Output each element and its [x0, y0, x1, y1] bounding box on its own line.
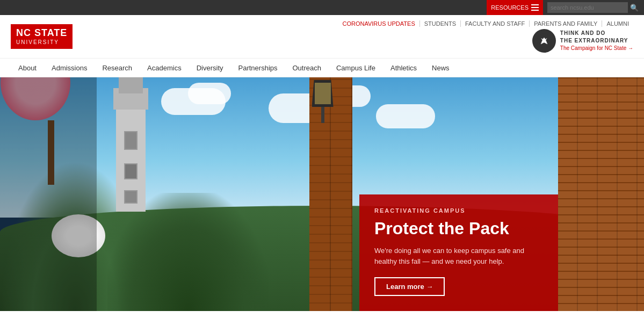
hamburger-icon — [531, 4, 539, 11]
nav-item-research[interactable]: Research — [95, 58, 140, 77]
search-icon[interactable]: 🔍 — [630, 4, 639, 12]
nav-item-news[interactable]: News — [424, 58, 457, 77]
wolf-icon — [536, 33, 552, 49]
tower-window-1 — [124, 131, 138, 150]
nav-item-diversity[interactable]: Diversity — [189, 58, 231, 77]
tower-window-2 — [124, 163, 138, 179]
hero-title: Protect the Pack — [374, 219, 543, 238]
audience-link-students[interactable]: STUDENTS — [420, 20, 461, 27]
site-header: NC STATE UNIVERSITY CORONAVIRUS UPDATES … — [0, 15, 644, 58]
left-dark-overlay — [0, 77, 97, 311]
nav-item-campus-life[interactable]: Campus Life — [329, 58, 383, 77]
hero-subtitle: REACTIVATING CAMPUS — [374, 207, 543, 214]
resources-button[interactable]: RESOURCES — [487, 0, 543, 15]
nav-item-about[interactable]: About — [11, 58, 44, 77]
wolf-logo-circle — [532, 29, 556, 53]
bell-tower-top — [113, 88, 148, 110]
top-search-input[interactable] — [547, 2, 628, 13]
nav-item-outreach[interactable]: Outreach — [285, 58, 329, 77]
site-logo[interactable]: NC STATE UNIVERSITY — [11, 24, 73, 49]
logo-text-ncstate: NC STATE — [16, 27, 67, 39]
audience-nav: CORONAVIRUS UPDATES STUDENTS FACULTY AND… — [338, 20, 633, 27]
top-bar: RESOURCES 🔍 — [0, 0, 644, 15]
lamp — [312, 80, 334, 123]
audience-link-alumni[interactable]: ALUMNI — [602, 20, 633, 27]
lamp-pole — [321, 107, 324, 123]
audience-link-faculty[interactable]: FACULTY AND STAFF — [461, 20, 530, 27]
campaign-block[interactable]: THINK AND DO THE EXTRAORDINARY The Campa… — [532, 29, 633, 53]
hero-description: We're doing all we can to keep campus sa… — [374, 245, 543, 266]
hero-learn-more-button[interactable]: Learn more → — [374, 277, 445, 296]
hero-section: REACTIVATING CAMPUS Protect the Pack We'… — [0, 77, 644, 311]
nav-item-athletics[interactable]: Athletics — [383, 58, 424, 77]
bell-tower — [116, 104, 146, 212]
cloud-5 — [376, 104, 435, 128]
main-nav: About Admissions Research Academics Dive… — [0, 58, 644, 77]
resources-label: RESOURCES — [491, 4, 529, 11]
nav-item-academics[interactable]: Academics — [140, 58, 189, 77]
nav-item-admissions[interactable]: Admissions — [44, 58, 95, 77]
audience-link-parents[interactable]: PARENTS AND FAMILY — [530, 20, 602, 27]
tower-window-3 — [124, 190, 138, 204]
hero-overlay-box: REACTIVATING CAMPUS Protect the Pack We'… — [359, 194, 558, 311]
campaign-line3: The Campaign for NC State → — [560, 45, 633, 52]
brick-wall-right — [558, 77, 644, 311]
cloud-2 — [188, 83, 231, 104]
logo-text-university: UNIVERSITY — [16, 39, 67, 46]
lamp-head — [312, 80, 334, 107]
campaign-line1: THINK AND DO — [560, 30, 633, 37]
nav-item-partnerships[interactable]: Partnerships — [231, 58, 285, 77]
top-search-area: 🔍 — [547, 2, 639, 13]
campaign-line2: THE EXTRAORDINARY — [560, 37, 633, 45]
campaign-tagline: THINK AND DO THE EXTRAORDINARY The Campa… — [560, 30, 633, 52]
audience-link-coronavirus[interactable]: CORONAVIRUS UPDATES — [338, 20, 419, 27]
